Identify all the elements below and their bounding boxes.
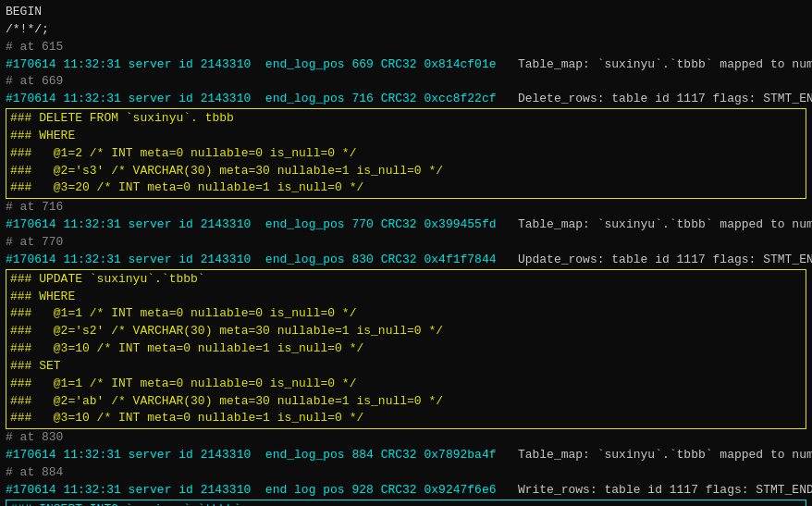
line-at884: # at 884: [6, 464, 806, 482]
update-block: ### UPDATE `suxinyu`.`tbbb` ### WHERE ##…: [6, 269, 806, 430]
line-at770: # at 770: [6, 234, 806, 252]
line-at830: # at 830: [6, 429, 806, 447]
delete-block: ### DELETE FROM `suxinyu`. tbbb ### WHER…: [6, 108, 806, 199]
delete-line2: ### WHERE: [10, 128, 802, 145]
update-line4: ### @2='s2' /* VARCHAR(30) meta=30 nulla…: [10, 323, 802, 340]
update-line7: ### @1=1 /* INT meta=0 nullable=0 is_nul…: [10, 376, 802, 393]
line-at615: # at 615: [6, 39, 806, 56]
line-at716: # at 716: [6, 199, 806, 216]
line-logline5: #170614 11:32:31 server id 2143310 end_l…: [6, 447, 806, 464]
line-logline2: #170614 11:32:31 server id 2143310 end_l…: [6, 91, 806, 108]
line-logline3: #170614 11:32:31 server id 2143310 end_l…: [6, 216, 806, 234]
insert-block: ### INSERT INTO `suxinyu`.`tbbb` ### SET…: [6, 500, 806, 506]
line-begin2: /*!*/;: [6, 21, 806, 39]
update-line1: ### UPDATE `suxinyu`.`tbbb`: [10, 271, 802, 289]
line-logline6: #170614 11:32:31 server id 2143310 end l…: [6, 482, 806, 500]
line-at669: # at 669: [6, 73, 806, 91]
update-line5: ### @3=10 /* INT meta=0 nullable=1 is_nu…: [10, 340, 802, 358]
insert-line1: ### INSERT INTO `suxinyu`.`tbbb`: [10, 501, 802, 506]
update-line3: ### @1=1 /* INT meta=0 nullable=0 is_nul…: [10, 305, 802, 323]
line-logline4: #170614 11:32:31 server id 2143310 end_l…: [6, 252, 806, 269]
line-logline1: #170614 11:32:31 server id 2143310 end_l…: [6, 56, 806, 74]
delete-line5: ### @3=20 /* INT meta=0 nullable=1 is_nu…: [10, 179, 802, 197]
update-line6: ### SET: [10, 358, 802, 376]
line-begin: BEGIN: [6, 4, 806, 21]
update-line8: ### @2='ab' /* VARCHAR(30) meta=30 nulla…: [10, 393, 802, 411]
update-line2: ### WHERE: [10, 289, 802, 306]
update-line9: ### @3=10 /* INT meta=0 nullable=1 is_nu…: [10, 410, 802, 427]
delete-line4: ### @2='s3' /* VARCHAR(30) meta=30 nulla…: [10, 163, 802, 180]
terminal: BEGIN /*!*/; # at 615 #170614 11:32:31 s…: [0, 0, 812, 506]
delete-line1: ### DELETE FROM `suxinyu`. tbbb: [10, 110, 802, 128]
delete-line3: ### @1=2 /* INT meta=0 nullable=0 is_nul…: [10, 145, 802, 163]
